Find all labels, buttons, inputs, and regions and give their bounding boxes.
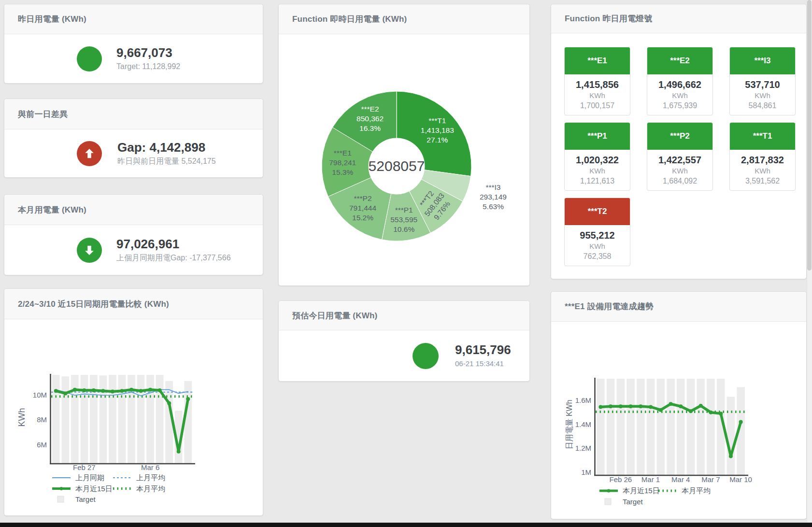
- e1-trend-chart[interactable]: 1M1.2M1.4M1.6MFeb 26Mar 1Mar 4Mar 7Mar 1…: [551, 322, 806, 519]
- arrow-down-circle-icon: [77, 238, 102, 263]
- compare-15d-chart[interactable]: 6M8M10MFeb 27Mar 6KWh上月同期上月平均本月近15日本月平均T…: [4, 319, 263, 515]
- svg-text:本月近15日: 本月近15日: [623, 486, 660, 495]
- svg-text:Mar 10: Mar 10: [729, 475, 752, 484]
- card-yesterday-header: 昨日用電量 (KWh): [4, 4, 263, 34]
- card-estimate-body: 9,615,796 06-21 15:34:41: [279, 330, 529, 381]
- status-green-circle-icon: [77, 46, 102, 71]
- svg-text:***E2: ***E2: [361, 105, 379, 113]
- svg-text:5208057: 5208057: [369, 158, 425, 174]
- tile-target-value: 1,700,157: [565, 100, 630, 111]
- card-estimate-title: 預估今日用電量 (KWh): [292, 310, 377, 321]
- card-compare-title: 2/24~3/10 近15日同期用電量比較 (KWh): [18, 299, 169, 310]
- tile-unit: KWh: [647, 166, 712, 176]
- card-e1-trend: ***E1 設備用電達成趨勢 1M1.2M1.4M1.6MFeb 26Mar 1…: [551, 291, 807, 519]
- card-trend-title: ***E1 設備用電達成趨勢: [565, 301, 654, 312]
- svg-text:本月近15日: 本月近15日: [75, 484, 113, 493]
- tile-value: 1,415,856: [565, 79, 630, 90]
- svg-text:293,149: 293,149: [480, 193, 507, 201]
- card-day-gap-title: 與前一日差異: [18, 109, 68, 120]
- card-month-usage: 本月用電量 (KWh) 97,026,961 上個月同期用電Gap: -17,3…: [4, 194, 263, 275]
- month-usage-gap: 上個月同期用電Gap: -17,377,566: [116, 253, 231, 263]
- svg-text:Target: Target: [623, 498, 643, 506]
- card-lights-header: Function 昨日用電燈號: [551, 4, 806, 33]
- card-estimate-header: 預估今日用電量 (KWh): [279, 301, 529, 330]
- svg-text:Mar 7: Mar 7: [701, 475, 720, 484]
- svg-text:1.6M: 1.6M: [575, 396, 591, 404]
- tile-value: 537,710: [730, 79, 795, 90]
- yesterday-usage-value: 9,667,073: [116, 45, 180, 60]
- card-trend-header: ***E1 設備用電達成趨勢: [551, 292, 806, 322]
- estimate-today-value: 9,615,796: [455, 342, 511, 357]
- svg-text:6M: 6M: [37, 441, 47, 449]
- tile-unit: KWh: [730, 90, 795, 100]
- svg-text:Mar 4: Mar 4: [671, 475, 690, 484]
- status-green-circle-icon: [413, 343, 439, 369]
- tile-target-value: 1,121,613: [565, 176, 630, 186]
- svg-text:***I3: ***I3: [485, 183, 500, 191]
- status-tile: ***T2955,212KWh762,358: [564, 198, 630, 266]
- realtime-donut-chart[interactable]: ***T11,413,18327.1%***I3293,1495.63%***T…: [279, 34, 529, 285]
- svg-text:1.2M: 1.2M: [575, 444, 591, 452]
- status-tile: ***I3537,710KWh584,861: [729, 47, 796, 115]
- tile-status-header: ***E2: [647, 47, 712, 74]
- day-gap-subtitle: 昨日與前日用電量 5,524,175: [117, 156, 216, 167]
- tile-status-header: ***E1: [565, 47, 630, 74]
- svg-text:Feb 27: Feb 27: [73, 463, 96, 471]
- svg-text:1M: 1M: [581, 468, 591, 476]
- tile-status-header: ***P2: [647, 123, 712, 150]
- status-tile: ***P11,020,322KWh1,121,613: [564, 122, 630, 191]
- card-compare-header: 2/24~3/10 近15日同期用電量比較 (KWh): [4, 289, 263, 319]
- estimate-timestamp: 06-21 15:34:41: [455, 358, 511, 369]
- svg-text:27.1%: 27.1%: [427, 136, 448, 144]
- window-bottom-edge: [0, 523, 812, 527]
- day-gap-value: Gap: 4,142,898: [117, 140, 216, 155]
- tile-value: 1,496,662: [647, 79, 712, 90]
- tile-target-value: 1,675,939: [647, 100, 712, 111]
- svg-text:850,362: 850,362: [356, 114, 384, 123]
- card-yesterday-body: 9,667,073 Target: 11,128,992: [4, 34, 263, 83]
- card-estimate-today: 預估今日用電量 (KWh) 9,615,796 06-21 15:34:41: [278, 300, 530, 382]
- svg-text:791,444: 791,444: [349, 204, 376, 212]
- svg-text:上月同期: 上月同期: [75, 473, 104, 482]
- card-yesterday-usage: 昨日用電量 (KWh) 9,667,073 Target: 11,128,992: [4, 4, 263, 84]
- card-donut-title: Function 即時日用電量 (KWh): [292, 14, 407, 25]
- svg-text:Target: Target: [75, 495, 96, 503]
- svg-text:本月平均: 本月平均: [136, 484, 165, 493]
- svg-text:8M: 8M: [37, 415, 47, 424]
- card-day-gap: 與前一日差異 Gap: 4,142,898 昨日與前日用電量 5,524,175: [4, 99, 263, 178]
- tile-target-value: 1,684,092: [647, 176, 712, 186]
- month-usage-value: 97,026,961: [116, 237, 231, 251]
- card-realtime-donut: Function 即時日用電量 (KWh) ***T11,413,18327.1…: [278, 4, 530, 286]
- svg-text:1,413,183: 1,413,183: [421, 126, 454, 134]
- tile-unit: KWh: [565, 90, 630, 100]
- lights-tiles: ***E11,415,856KWh1,700,157***E21,496,662…: [564, 47, 796, 266]
- svg-text:16.3%: 16.3%: [359, 124, 381, 132]
- svg-text:Mar 1: Mar 1: [641, 475, 660, 484]
- tile-status-header: ***P1: [565, 123, 630, 150]
- card-lights-title: Function 昨日用電燈號: [565, 13, 652, 24]
- card-donut-header: Function 即時日用電量 (KWh): [279, 4, 529, 34]
- svg-text:本月平均: 本月平均: [682, 486, 711, 495]
- tile-value: 1,422,557: [647, 154, 712, 166]
- tile-value: 1,020,322: [565, 154, 630, 166]
- scrollbar-thumb[interactable]: [807, 0, 812, 271]
- svg-text:***P2: ***P2: [354, 194, 371, 202]
- svg-text:Feb 26: Feb 26: [609, 475, 632, 484]
- tile-value: 955,212: [565, 229, 630, 241]
- yesterday-usage-target: Target: 11,128,992: [116, 61, 180, 72]
- card-status-lights: Function 昨日用電燈號 ***E11,415,856KWh1,700,1…: [551, 4, 807, 279]
- card-compare-chart: 2/24~3/10 近15日同期用電量比較 (KWh) 6M8M10MFeb 2…: [4, 288, 263, 516]
- status-tile: ***T12,817,832KWh3,591,562: [729, 122, 796, 191]
- tile-target-value: 3,591,562: [730, 176, 795, 186]
- svg-text:日用電量 KWh: 日用電量 KWh: [565, 399, 573, 449]
- tile-status-header: ***T2: [565, 198, 630, 225]
- svg-text:上月平均: 上月平均: [136, 473, 165, 482]
- tile-target-value: 584,861: [730, 100, 795, 111]
- arrow-up-circle-icon: [77, 141, 102, 166]
- svg-text:***E1: ***E1: [334, 149, 352, 157]
- svg-text:***T1: ***T1: [428, 116, 446, 125]
- card-month-title: 本月用電量 (KWh): [18, 204, 86, 215]
- svg-text:1.4M: 1.4M: [575, 420, 591, 428]
- tile-unit: KWh: [730, 166, 795, 176]
- tile-unit: KWh: [565, 166, 630, 176]
